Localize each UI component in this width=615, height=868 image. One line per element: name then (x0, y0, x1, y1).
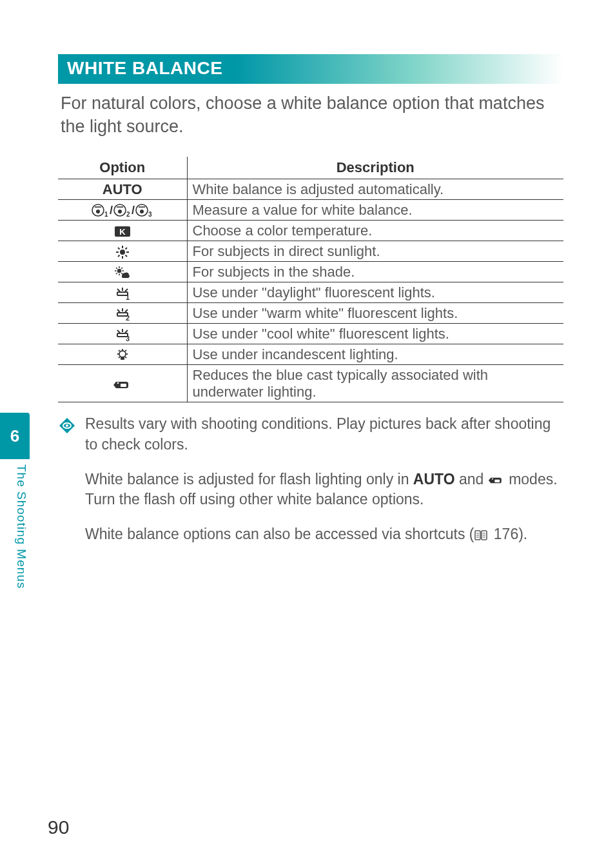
svg-line-29 (116, 273, 117, 275)
table-row: 1 Use under "daylight" fluorescent light… (58, 282, 563, 303)
svg-point-58 (66, 424, 68, 427)
svg-line-54 (125, 357, 126, 359)
table-row: 2 Use under "warm white" fluorescent lig… (58, 303, 563, 324)
svg-line-53 (119, 357, 120, 359)
fluorescent-3-icon: 3 (115, 328, 130, 342)
option-kelvin-desc: Choose a color temperature. (187, 221, 563, 241)
option-fluorescent-1: 1 (58, 282, 187, 303)
svg-text:1: 1 (104, 211, 108, 218)
svg-text:1: 1 (126, 293, 130, 301)
table-header-row: Option Description (58, 157, 563, 179)
table-row: Use under incandescent lighting. (58, 344, 563, 365)
chapter-tab: 6 (0, 413, 30, 459)
svg-point-22 (117, 269, 121, 273)
option-custom-preset-desc: Measure a value for white balance. (187, 199, 563, 220)
table-row: Reduces the blue cast typically associat… (58, 365, 563, 402)
svg-line-20 (118, 255, 120, 257)
svg-text:K: K (119, 227, 126, 237)
svg-rect-47 (121, 357, 124, 359)
option-incandescent (58, 344, 187, 365)
svg-point-59 (492, 478, 493, 480)
svg-rect-56 (121, 384, 126, 387)
white-balance-table: Option Description AUTO White balance is… (58, 157, 563, 402)
svg-point-1 (96, 210, 100, 213)
option-fluorescent-2-desc: Use under "warm white" fluorescent light… (187, 303, 563, 324)
option-underwater (58, 365, 187, 402)
page-ref-icon (474, 529, 488, 542)
option-auto-desc: White balance is adjusted automatically. (187, 179, 563, 199)
fluorescent-2-icon: 2 (115, 307, 130, 321)
svg-line-19 (125, 255, 127, 257)
table-row: AUTO White balance is adjusted automatic… (58, 179, 563, 199)
svg-text:3: 3 (148, 211, 152, 218)
option-custom-preset: 1 / 2 / 3 (58, 199, 187, 220)
svg-text:/: / (110, 204, 113, 217)
option-fluorescent-3: 3 (58, 324, 187, 344)
note-p1: Results vary with shooting conditions. P… (85, 414, 560, 455)
note-p2-a: White balance is adjusted for flash ligh… (85, 471, 413, 488)
svg-line-21 (125, 248, 127, 250)
svg-line-30 (121, 268, 122, 269)
svg-line-18 (118, 248, 120, 250)
section-header-white-balance: WHITE BALANCE (58, 54, 563, 84)
tip-icon (58, 417, 76, 559)
option-fluorescent-1-desc: Use under "daylight" fluorescent lights. (187, 282, 563, 303)
fluorescent-1-icon: 1 (115, 286, 130, 301)
table-row: K Choose a color temperature. (58, 221, 563, 241)
svg-point-13 (120, 250, 125, 255)
option-fluorescent-3-desc: Use under "cool white" fluorescent light… (187, 324, 563, 344)
shade-icon (114, 266, 131, 280)
svg-point-55 (117, 382, 119, 384)
option-shade (58, 262, 187, 282)
svg-line-28 (121, 273, 122, 275)
table-row: 3 Use under "cool white" fluorescent lig… (58, 324, 563, 344)
svg-line-42 (125, 330, 128, 333)
section-header-text: WHITE BALANCE (67, 58, 222, 78)
svg-rect-60 (494, 479, 500, 482)
intro-paragraph: For natural colors, choose a white balan… (61, 92, 561, 139)
option-auto: AUTO (58, 179, 187, 199)
underwater-icon (113, 378, 132, 391)
svg-point-9 (140, 210, 144, 213)
note-p2: White balance is adjusted for flash ligh… (85, 469, 560, 510)
chapter-number: 6 (10, 426, 19, 446)
option-fluorescent-2: 2 (58, 303, 187, 324)
option-kelvin: K (58, 221, 187, 241)
svg-line-41 (117, 330, 120, 333)
table-row: 1 / 2 / 3 Measure a value (58, 199, 563, 220)
svg-line-52 (125, 350, 126, 351)
table-row: For subjects in direct sunlight. (58, 241, 563, 262)
incandescent-icon (115, 348, 130, 362)
svg-point-5 (118, 210, 122, 213)
option-incandescent-desc: Use under incandescent lighting. (187, 344, 563, 365)
document-page: WHITE BALANCE For natural colors, choose… (0, 0, 615, 868)
underwater-inline-icon (488, 475, 505, 486)
option-shade-desc: For subjects in the shade. (187, 262, 563, 282)
svg-line-36 (117, 310, 120, 312)
note-p3-a: White balance options can also be access… (85, 526, 474, 542)
svg-line-51 (119, 350, 120, 351)
table-row: For subjects in the shade. (58, 262, 563, 282)
note-p3: White balance options can also be access… (85, 524, 560, 545)
custom-preset-icon: 1 / 2 / 3 (90, 203, 155, 219)
note-p3-ref: 176). (489, 526, 527, 542)
svg-text:2: 2 (126, 211, 130, 218)
svg-text:/: / (132, 204, 135, 217)
svg-line-27 (116, 268, 117, 269)
option-underwater-desc: Reduces the blue cast typically associat… (187, 365, 563, 402)
option-sunlight-desc: For subjects in direct sunlight. (187, 241, 563, 262)
note-p2-b: and (455, 471, 488, 488)
option-sunlight (58, 241, 187, 262)
svg-text:3: 3 (126, 335, 130, 342)
svg-line-37 (125, 310, 128, 312)
page-number: 90 (48, 816, 69, 838)
kelvin-icon: K (113, 225, 132, 238)
note-p2-auto: AUTO (413, 471, 455, 488)
note-body: Results vary with shooting conditions. P… (85, 414, 560, 559)
table-header-option: Option (58, 157, 187, 179)
sun-icon (115, 244, 130, 260)
svg-line-31 (117, 289, 120, 291)
svg-line-32 (125, 289, 128, 291)
chapter-label: The Shooting Menus (14, 464, 28, 589)
table-header-description: Description (187, 157, 563, 179)
